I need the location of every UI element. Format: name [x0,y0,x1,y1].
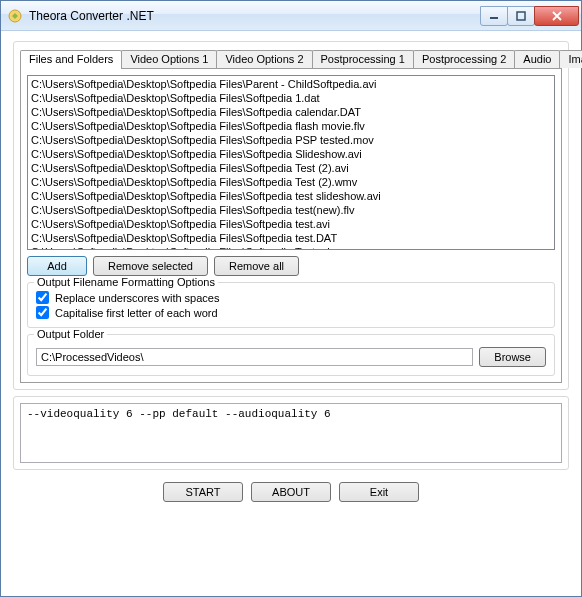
command-output-panel: --videoquality 6 --pp default --audioqua… [13,396,569,470]
replace-underscores-row: Replace underscores with spaces [36,291,546,304]
file-buttons-row: Add Remove selected Remove all [27,256,555,276]
command-line-text: --videoquality 6 --pp default --audioqua… [20,403,562,463]
tab-postprocessing-2[interactable]: Postprocessing 2 [413,50,515,68]
remove-selected-button[interactable]: Remove selected [93,256,208,276]
close-button[interactable] [534,6,579,26]
file-list-item[interactable]: C:\Users\Softpedia\Desktop\Softpedia Fil… [29,161,553,175]
svg-rect-2 [517,12,525,20]
remove-all-button[interactable]: Remove all [214,256,299,276]
about-button[interactable]: ABOUT [251,482,331,502]
output-folder-group: Output Folder Browse [27,334,555,376]
tab-files-and-folders[interactable]: Files and Folders [20,50,122,69]
capitalise-checkbox[interactable] [36,306,49,319]
start-button[interactable]: START [163,482,243,502]
capitalise-row: Capitalise first letter of each word [36,306,546,319]
replace-underscores-checkbox[interactable] [36,291,49,304]
replace-underscores-label: Replace underscores with spaces [55,292,219,304]
titlebar: Theora Converter .NET [1,1,581,31]
output-folder-legend: Output Folder [34,328,107,340]
file-list-item[interactable]: C:\Users\Softpedia\Desktop\Softpedia Fil… [29,105,553,119]
output-folder-input[interactable] [36,348,473,366]
tab-video-options-2[interactable]: Video Options 2 [216,50,312,68]
output-folder-row: Browse [36,347,546,367]
format-options-legend: Output Filename Formatting Options [34,276,218,288]
tab-bar: Files and Folders Video Options 1 Video … [20,48,562,68]
file-list-item[interactable]: C:\Users\Softpedia\Desktop\Softpedia Fil… [29,189,553,203]
file-list-item[interactable]: C:\Users\Softpedia\Desktop\Softpedia Fil… [29,133,553,147]
tab-content: C:\Users\Softpedia\Desktop\Softpedia Fil… [20,68,562,383]
maximize-button[interactable] [507,6,535,26]
tab-audio[interactable]: Audio [514,50,560,68]
app-window: Theora Converter .NET Files and Folders … [0,0,582,597]
file-list-item[interactable]: C:\Users\Softpedia\Desktop\Softpedia Fil… [29,217,553,231]
main-panel: Files and Folders Video Options 1 Video … [13,41,569,390]
browse-button[interactable]: Browse [479,347,546,367]
tab-images-truncated[interactable]: Ima [559,50,582,68]
svg-rect-1 [490,17,498,19]
file-list-item[interactable]: C:\Users\Softpedia\Desktop\Softpedia Fil… [29,245,553,250]
file-list[interactable]: C:\Users\Softpedia\Desktop\Softpedia Fil… [27,75,555,250]
app-icon [7,8,23,24]
file-list-item[interactable]: C:\Users\Softpedia\Desktop\Softpedia Fil… [29,119,553,133]
capitalise-label: Capitalise first letter of each word [55,307,218,319]
window-title: Theora Converter .NET [29,9,481,23]
file-list-item[interactable]: C:\Users\Softpedia\Desktop\Softpedia Fil… [29,231,553,245]
file-list-item[interactable]: C:\Users\Softpedia\Desktop\Softpedia Fil… [29,175,553,189]
minimize-button[interactable] [480,6,508,26]
footer-buttons: START ABOUT Exit [13,476,569,506]
add-button[interactable]: Add [27,256,87,276]
tab-postprocessing-1[interactable]: Postprocessing 1 [312,50,414,68]
client-area: Files and Folders Video Options 1 Video … [1,31,581,596]
exit-button[interactable]: Exit [339,482,419,502]
file-list-item[interactable]: C:\Users\Softpedia\Desktop\Softpedia Fil… [29,203,553,217]
file-list-item[interactable]: C:\Users\Softpedia\Desktop\Softpedia Fil… [29,77,553,91]
file-list-item[interactable]: C:\Users\Softpedia\Desktop\Softpedia Fil… [29,147,553,161]
file-list-item[interactable]: C:\Users\Softpedia\Desktop\Softpedia Fil… [29,91,553,105]
window-controls [481,6,579,26]
tab-video-options-1[interactable]: Video Options 1 [121,50,217,68]
format-options-group: Output Filename Formatting Options Repla… [27,282,555,328]
